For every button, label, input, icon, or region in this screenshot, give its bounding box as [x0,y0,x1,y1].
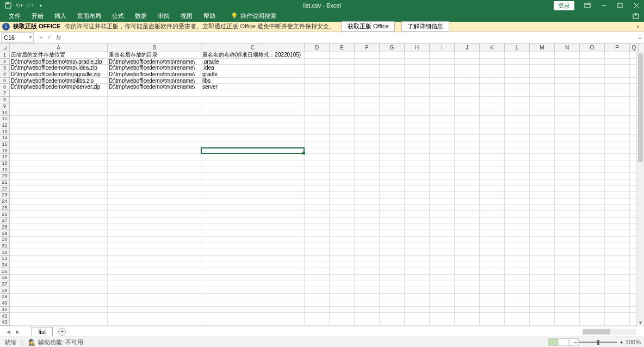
cell[interactable] [605,65,630,71]
cell[interactable] [605,109,630,116]
cell[interactable] [10,237,108,243]
cell[interactable] [580,78,605,84]
cell[interactable] [380,173,405,179]
cell[interactable] [555,173,580,179]
cell[interactable] [201,224,305,231]
cell[interactable] [380,78,405,84]
cell[interactable]: 压缩后的文件存放位置 [10,52,108,59]
zoom-out-icon[interactable]: − [574,339,577,345]
cell[interactable] [555,65,580,71]
cell[interactable] [605,300,630,307]
cell[interactable] [605,243,630,250]
cell[interactable] [580,128,605,135]
cell[interactable] [10,199,108,205]
cell[interactable] [455,90,480,97]
cell[interactable] [330,224,355,231]
cell[interactable] [405,313,430,319]
row-header-18[interactable]: 18 [0,160,10,167]
cell[interactable] [405,268,430,275]
cell[interactable] [580,205,605,212]
cell[interactable] [605,319,630,326]
maximize-icon[interactable] [612,0,628,11]
col-header-A[interactable]: A [10,44,108,52]
zoom-in-icon[interactable]: + [620,339,623,345]
row-header-10[interactable]: 10 [0,109,10,116]
cell[interactable] [480,122,505,129]
share-icon[interactable] [632,12,640,21]
cell[interactable] [580,109,605,116]
cell[interactable] [605,160,630,167]
cell[interactable] [355,71,380,78]
cell[interactable] [108,90,201,97]
cell[interactable] [480,199,505,205]
cell[interactable] [530,71,555,78]
scroll-down-icon[interactable]: ▼ [637,319,644,326]
cell[interactable] [430,128,455,135]
horizontal-scrollbar[interactable] [582,329,636,335]
cell[interactable] [505,237,530,243]
cell[interactable] [505,287,530,294]
cell[interactable] [480,103,505,110]
cell[interactable] [330,243,355,250]
cell[interactable] [505,199,530,205]
cell[interactable] [330,313,355,319]
cell[interactable] [355,78,380,84]
cell[interactable] [430,313,455,319]
cell[interactable] [10,205,108,212]
cell[interactable] [108,135,201,141]
cell[interactable]: D:\tmp\webofficedemo\tmp\rename\ [108,84,201,90]
cell[interactable] [505,147,530,154]
undo-icon[interactable]: ▾ [15,2,23,9]
cell[interactable] [305,300,330,307]
cell[interactable] [605,185,630,192]
cell[interactable] [430,97,455,103]
cell[interactable] [455,122,480,129]
cell[interactable] [430,211,455,218]
cell[interactable] [455,205,480,212]
cell[interactable] [355,211,380,218]
row-header-14[interactable]: 14 [0,135,10,141]
cell[interactable] [380,287,405,294]
cell[interactable] [201,192,305,199]
cell[interactable] [430,294,455,300]
cell[interactable] [10,243,108,250]
cell[interactable] [430,230,455,237]
cell[interactable] [480,147,505,154]
cell[interactable] [480,249,505,256]
cell[interactable] [305,313,330,319]
vertical-scrollbar[interactable]: ▲ ▼ [636,52,644,326]
cell[interactable] [355,313,380,319]
cell[interactable] [530,224,555,231]
cell[interactable] [605,224,630,231]
col-header-G[interactable]: G [380,44,405,52]
cell[interactable] [108,237,201,243]
cell[interactable] [580,319,605,326]
cell[interactable] [505,268,530,275]
cell[interactable] [555,90,580,97]
cell[interactable] [330,262,355,269]
redo-icon[interactable]: ▾ [26,2,34,9]
cell[interactable] [530,313,555,319]
cell[interactable]: D:\tmp\webofficedemo\tmp\gradle.zip [10,71,108,78]
cell[interactable] [380,319,405,326]
cell[interactable] [605,116,630,122]
cell[interactable] [380,147,405,154]
cell[interactable] [330,166,355,173]
cell[interactable] [555,268,580,275]
cell[interactable] [330,199,355,205]
cell[interactable] [108,300,201,307]
cell[interactable] [505,179,530,186]
cell[interactable] [430,78,455,84]
cell[interactable] [430,160,455,167]
cell[interactable] [305,224,330,231]
cell[interactable] [330,237,355,243]
cell[interactable] [330,307,355,313]
cell[interactable] [10,122,108,129]
cell[interactable] [380,275,405,281]
cell[interactable] [380,199,405,205]
cell[interactable] [430,268,455,275]
cell[interactable] [330,173,355,179]
cell[interactable] [455,166,480,173]
cell[interactable] [530,160,555,167]
cell[interactable] [201,237,305,243]
